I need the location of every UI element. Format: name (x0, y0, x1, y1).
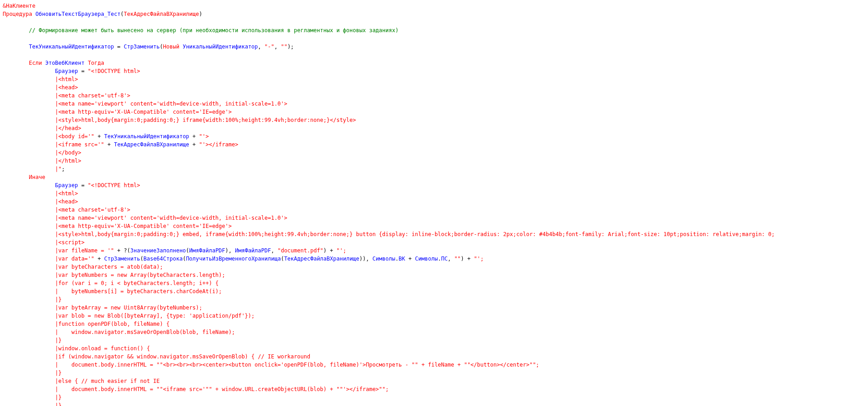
code-token: |if (window.navigator && window.navigato… (55, 353, 311, 360)
code-token: ) + (461, 256, 474, 262)
code-token (3, 109, 55, 115)
code-token (3, 231, 55, 237)
code-token (3, 84, 55, 91)
code-token: |<script> (55, 239, 85, 246)
code-token (3, 362, 55, 368)
code-token: |var byteArray = new Uint8Array(byteNumb… (55, 304, 202, 311)
code-line: Браузер = "<!DOCTYPE html> (3, 182, 140, 188)
code-line: |window.onload = function() { (3, 345, 150, 352)
code-token (3, 378, 55, 384)
code-token: + (94, 133, 104, 140)
code-token (3, 239, 55, 246)
code-token: |</html> (55, 158, 82, 164)
code-token: |<meta name='viewport' content='width=de… (55, 101, 288, 107)
code-token: ) (199, 11, 202, 17)
code-token: Новый (163, 44, 179, 50)
code-line: |} (3, 337, 62, 343)
code-line: |<style>html,body{margin:0;padding:0;} e… (3, 231, 775, 237)
code-line: |var data='" + СтрЗаменить(Base64Строка(… (3, 256, 484, 262)
code-token: Base64Строка (144, 256, 183, 262)
code-token (3, 117, 55, 123)
code-line: | window.navigator.msSaveOrOpenBlob(blob… (3, 329, 235, 335)
code-token (3, 174, 29, 180)
code-line: |<meta charset='utf-8'> (3, 207, 130, 213)
code-token: "<!DOCTYPE html> (88, 182, 140, 188)
code-token (3, 394, 55, 401)
code-token: |</body> (55, 150, 82, 156)
code-token: ); (288, 44, 294, 50)
code-token: "" (281, 44, 287, 50)
code-line: ТекУникальныйИдентификатор = СтрЗаменить… (3, 44, 294, 50)
code-line: |</html> (3, 158, 81, 164)
code-line: |if (window.navigator && window.navigato… (3, 353, 310, 360)
code-line: // Формирование может быть вынесено на с… (3, 27, 398, 34)
code-token: Браузер (55, 182, 78, 188)
code-line: |var byteNumbers = new Array(byteCharact… (3, 272, 225, 278)
code-line: |<html> (3, 190, 78, 197)
code-token: ( (182, 256, 186, 262)
code-line: |<meta http-equiv='X-UA-Compatible' cont… (3, 223, 232, 229)
code-token: |<head> (55, 84, 78, 91)
code-token (3, 337, 55, 343)
code-token (3, 329, 55, 335)
code-token (3, 296, 55, 303)
code-token (3, 207, 55, 213)
code-token: ТекАдресФайлаВХранилище (284, 256, 359, 262)
code-token (3, 370, 55, 376)
code-line: |for (var i = 0; i < byteCharacters.leng… (3, 280, 219, 286)
code-token: |function openPDF(blob, fileName) { (55, 321, 170, 327)
code-token (3, 288, 55, 295)
code-token: |<html> (55, 76, 78, 82)
code-line: |function openPDF(blob, fileName) { (3, 321, 169, 327)
code-token: "<!DOCTYPE html> (88, 68, 140, 74)
code-token: &НаКлиенте (3, 3, 35, 9)
code-token: |} (55, 337, 62, 343)
code-token: "document.pdf" (278, 247, 323, 254)
code-token (3, 166, 55, 172)
code-token (3, 133, 55, 140)
code-token: ), (225, 247, 235, 254)
code-token (3, 158, 55, 164)
code-token (3, 402, 55, 406)
code-token: |for (var i = 0; i < byteCharacters.leng… (55, 280, 219, 286)
code-token: |<body id='" (55, 133, 95, 140)
code-token: |<meta charset='utf-8'> (55, 207, 130, 213)
code-line: |<style>html,body{margin:0;padding:0;} i… (3, 117, 356, 123)
code-token (3, 353, 55, 360)
code-token: |} (55, 402, 62, 406)
code-token: , (274, 44, 281, 50)
code-token (3, 272, 55, 278)
code-token (3, 182, 55, 188)
code-token (3, 247, 55, 254)
code-token: |else { // much easier if not IE (55, 378, 160, 384)
code-token: )), (360, 256, 373, 262)
code-token: |<head> (55, 198, 78, 205)
code-token: , (258, 44, 264, 50)
code-line: |var byteArray = new Uint8Array(byteNumb… (3, 304, 202, 311)
code-token: = (78, 182, 88, 188)
code-line: |} (3, 370, 62, 376)
code-token: Браузер (55, 68, 78, 74)
code-token: Иначе (29, 174, 45, 180)
code-listing: &НаКлиенте Процедура ОбновитьТекстБраузе… (0, 0, 868, 406)
code-token (3, 125, 55, 131)
code-token (3, 386, 55, 392)
code-line: &НаКлиенте (3, 3, 35, 9)
code-token: ИмяФайлаPDF (235, 247, 271, 254)
code-token (3, 256, 55, 262)
code-line: | document.body.innerHTML = ""<iframe sr… (3, 386, 389, 392)
code-token (3, 150, 55, 156)
code-line: |var byteCharacters = atob(data); (3, 264, 163, 270)
code-line: | byteNumbers[i] = byteCharacters.charCo… (3, 288, 222, 295)
code-token: + (189, 133, 199, 140)
code-token: Процедура (3, 11, 32, 17)
code-token: ( (160, 44, 163, 50)
code-token: |} (55, 296, 62, 303)
code-token: ПС (441, 256, 447, 262)
code-token: |<iframe src='" (55, 141, 104, 148)
code-token: |} (55, 370, 62, 376)
code-line: |<head> (3, 84, 78, 91)
code-token: "" (454, 256, 460, 262)
code-token: |var blob = new Blob([byteArray], {type:… (55, 313, 255, 319)
code-token: |var data='" (55, 256, 95, 262)
